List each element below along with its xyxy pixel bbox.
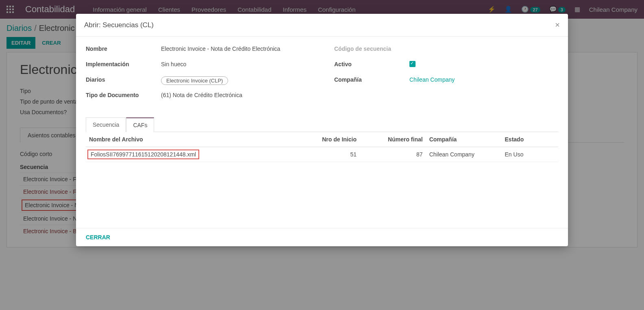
cafs-inicio: 51	[294, 147, 360, 162]
label-codigo-seq: Código de secuencia	[334, 46, 409, 52]
cafs-estado: En Uso	[502, 147, 558, 162]
label-compania: Compañía	[334, 76, 409, 83]
diarios-tag[interactable]: Electronic Invoice (CLP)	[161, 76, 228, 85]
label-activo: Activo	[334, 61, 409, 67]
modal-dialog: Abrir: Secuencias (CL) × NombreElectroni…	[76, 14, 568, 246]
cafs-table: Nombre del Archivo Nro de Inicio Número …	[86, 132, 558, 162]
col-final: Número final	[360, 132, 426, 147]
label-diarios: Diarios	[86, 76, 161, 83]
cafs-row[interactable]: FoliosSII76997711615120208121448.xml 51 …	[86, 147, 558, 162]
value-tipodoc: (61) Nota de Crédito Electrónica	[161, 92, 310, 98]
cafs-compania: Chilean Company	[426, 147, 502, 162]
cerrar-button[interactable]: CERRAR	[86, 234, 110, 241]
tab-secuencia[interactable]: Secuencia	[86, 117, 126, 132]
value-compania[interactable]: Chilean Company	[409, 76, 558, 83]
cafs-filename: FoliosSII76997711615120208121448.xml	[87, 150, 199, 159]
modal-title: Abrir: Secuencias (CL)	[84, 21, 154, 29]
activo-checkbox	[409, 61, 416, 67]
modal-close-button[interactable]: ×	[555, 20, 560, 30]
col-estado: Estado	[502, 132, 558, 147]
cafs-final: 87	[360, 147, 426, 162]
modal-tabs: Secuencia CAFs	[86, 117, 558, 132]
col-compania: Compañía	[426, 132, 502, 147]
col-archivo: Nombre del Archivo	[86, 132, 294, 147]
label-impl: Implementación	[86, 61, 161, 67]
col-inicio: Nro de Inicio	[294, 132, 360, 147]
label-tipodoc: Tipo de Documento	[86, 92, 161, 98]
tab-cafs[interactable]: CAFs	[126, 117, 154, 132]
value-nombre: Electronic Invoice - Nota de Crédito Ele…	[161, 46, 310, 52]
value-impl: Sin hueco	[161, 61, 310, 67]
label-nombre: Nombre	[86, 46, 161, 52]
